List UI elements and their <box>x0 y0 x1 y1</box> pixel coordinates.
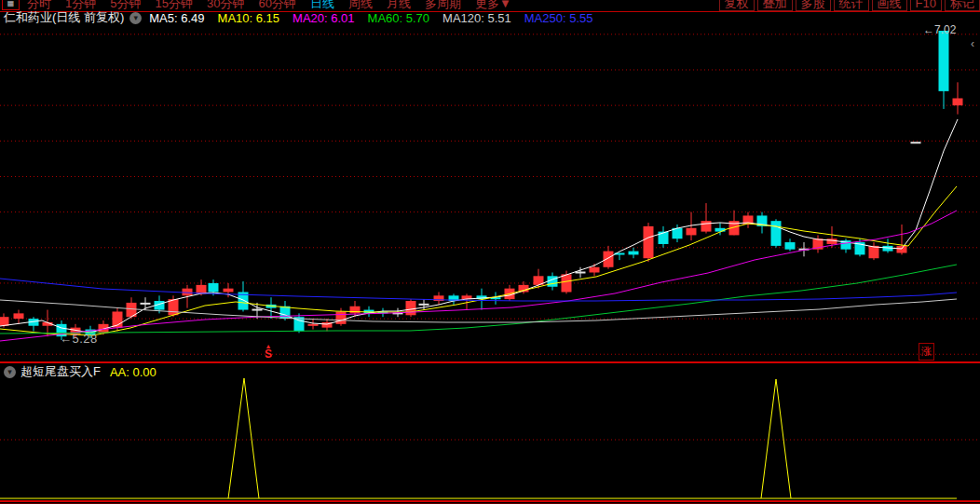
ma-label: MA10: 6.15 <box>218 11 280 24</box>
chart-canvas <box>0 0 980 504</box>
indicator-spike <box>228 378 259 498</box>
candle-body <box>209 283 219 293</box>
period-tab-分时[interactable]: 分时 <box>27 0 51 12</box>
period-tabs: 分时1分钟5分钟15分钟30分钟60分钟日线周线月线多周期更多▼ <box>27 0 525 12</box>
candle-body <box>827 238 837 244</box>
candle-body <box>590 267 600 273</box>
candle-body <box>785 242 796 250</box>
ma-labels: MA5: 6.49MA10: 6.15MA20: 6.01MA60: 5.70M… <box>149 11 606 24</box>
toolbar-buttons: 复权叠加多股统计画线F10标记 <box>716 0 980 11</box>
period-tab-更多▼[interactable]: 更多▼ <box>475 0 511 12</box>
zhang-stamp: 涨 <box>919 343 934 361</box>
period-tab-1分钟[interactable]: 1分钟 <box>65 0 96 12</box>
period-tab-月线[interactable]: 月线 <box>387 0 411 12</box>
ma-label: MA60: 5.70 <box>368 11 430 24</box>
period-tab-15分钟[interactable]: 15分钟 <box>155 0 192 12</box>
candle-body <box>659 232 669 244</box>
chevron-down-icon[interactable]: ▾ <box>129 12 142 24</box>
low-price-label: ←5.28 <box>60 332 98 346</box>
candle-body <box>0 317 9 326</box>
tool-button-标记[interactable]: 标记 <box>945 0 980 11</box>
period-tab-30分钟[interactable]: 30分钟 <box>207 0 244 12</box>
period-tab-5分钟[interactable]: 5分钟 <box>110 0 141 12</box>
title-bar: 仁和药业(日线 前复权) ▾ MA5: 6.49MA10: 6.15MA20: … <box>0 11 980 24</box>
candle-body <box>644 226 654 258</box>
ma-label: MA250: 5.55 <box>524 11 593 24</box>
candle-body <box>197 285 207 294</box>
candle-body <box>350 306 361 314</box>
tool-button-复权[interactable]: 复权 <box>719 0 755 11</box>
candle-body <box>604 252 614 267</box>
period-tab-60分钟[interactable]: 60分钟 <box>258 0 295 12</box>
indicator-spike <box>761 379 791 498</box>
period-tab-日线[interactable]: 日线 <box>310 0 334 12</box>
bottom-border-line <box>0 500 980 502</box>
tool-button-F10[interactable]: F10 <box>910 0 942 11</box>
tool-button-统计[interactable]: 统计 <box>834 0 869 11</box>
candle-body <box>308 324 319 326</box>
candle-body <box>629 252 639 255</box>
candle-body <box>406 301 416 315</box>
candle-body <box>169 299 179 315</box>
high-price-label: ←7.02 <box>923 23 956 36</box>
candle-body <box>280 306 291 319</box>
candle-body <box>687 228 697 236</box>
tool-button-叠加[interactable]: 叠加 <box>757 0 793 11</box>
indicator-value: AA: 0.00 <box>110 365 157 379</box>
candle-body <box>771 221 782 246</box>
layout-grid-icon[interactable]: ▦ <box>2 0 20 10</box>
sell-marker-letter: S <box>261 349 276 360</box>
ma-label: MA120: 5.51 <box>442 11 511 24</box>
indicator-header: ▾ 超短尾盘买入F AA: 0.00 <box>0 363 980 380</box>
tool-button-多股[interactable]: 多股 <box>796 0 831 11</box>
stock-title[interactable]: 仁和药业(日线 前复权) <box>4 11 124 24</box>
candle-body <box>869 246 879 258</box>
candle-body <box>897 246 907 253</box>
sell-signal-marker: ▲ S <box>261 344 276 360</box>
period-tab-周线[interactable]: 周线 <box>348 0 373 12</box>
trading-app-window: { "topbar": { "periods": [ {"label":"分时"… <box>0 0 980 504</box>
ma-line-MA10 <box>0 186 957 335</box>
chevron-down-icon[interactable]: ▾ <box>4 366 16 378</box>
ma-line-MA20 <box>0 211 957 341</box>
period-tab-多周期[interactable]: 多周期 <box>425 0 461 12</box>
indicator-name[interactable]: 超短尾盘买入F <box>20 363 101 380</box>
candle-body <box>224 289 234 293</box>
period-menubar-inner: ▦ 分时1分钟5分钟15分钟30分钟60分钟日线周线月线多周期更多▼ 复权叠加多… <box>0 0 980 11</box>
candle-body <box>336 311 347 323</box>
ma-label: MA20: 6.01 <box>293 11 355 24</box>
tool-button-画线[interactable]: 画线 <box>872 0 907 11</box>
candle-body <box>939 31 949 91</box>
candle-body <box>701 221 712 231</box>
candle-body <box>715 228 726 232</box>
ma-label: MA5: 6.49 <box>149 11 204 24</box>
candle-body <box>953 99 963 106</box>
candle-body <box>14 313 24 319</box>
collapse-arrow[interactable]: ‹ <box>971 39 974 48</box>
candle-body <box>562 274 572 292</box>
